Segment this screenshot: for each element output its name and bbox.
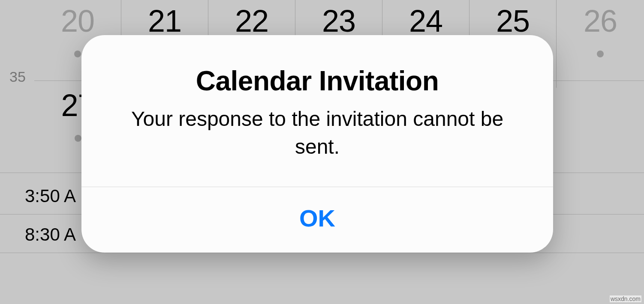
alert-message: Your response to the invitation cannot b… bbox=[107, 105, 527, 161]
alert-title: Calendar Invitation bbox=[107, 65, 527, 97]
watermark-label: wsxdn.com bbox=[610, 295, 641, 302]
ok-button[interactable]: OK bbox=[81, 187, 553, 253]
alert-body: Calendar Invitation Your response to the… bbox=[81, 35, 553, 187]
alert-dialog: Calendar Invitation Your response to the… bbox=[81, 35, 553, 253]
